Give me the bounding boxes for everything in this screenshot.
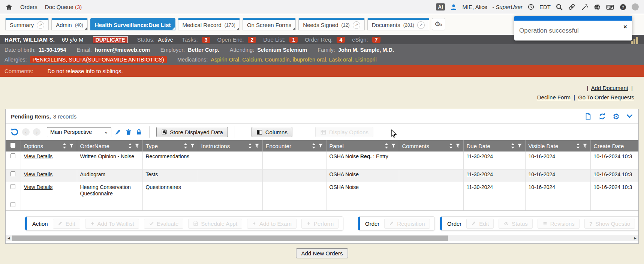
column-header-encounter[interactable]: Encounter: [262, 140, 326, 152]
sort-icon[interactable]: [184, 143, 187, 148]
add-document-link[interactable]: Add Document: [591, 85, 628, 91]
filter-icon[interactable]: [583, 144, 587, 148]
column-header-type[interactable]: Type: [142, 140, 198, 152]
sort-icon[interactable]: [385, 143, 388, 148]
home-icon[interactable]: [5, 3, 13, 11]
keyboard-icon[interactable]: [606, 3, 614, 11]
undo-icon[interactable]: [10, 128, 19, 136]
scrollbar-thumb[interactable]: [12, 236, 448, 241]
medications-list[interactable]: Aspirin Oral, Calcium, Coumadin, ibuprof…: [211, 57, 376, 63]
cell-type: Recommendations: [142, 152, 198, 169]
sort-icon[interactable]: [312, 143, 316, 148]
filter-icon[interactable]: [391, 144, 396, 148]
sort-icon[interactable]: [449, 143, 453, 148]
breadcrumb-orders[interactable]: Orders: [20, 4, 37, 10]
help-icon[interactable]: ?: [619, 3, 627, 11]
previous-perspective-icon[interactable]: ‹: [22, 128, 30, 136]
row-checkbox[interactable]: [10, 184, 15, 189]
search-icon[interactable]: [556, 3, 563, 11]
row-checkbox[interactable]: [10, 202, 15, 207]
tab-on-screen-forms[interactable]: On Screen Forms: [243, 18, 296, 30]
order-req-badge[interactable]: 4: [337, 37, 345, 43]
filter-icon[interactable]: [190, 144, 195, 148]
filter-icon[interactable]: [318, 144, 323, 148]
panel-header: Pending Items, 3 records ⚙: [6, 109, 638, 124]
store-displayed-data-button[interactable]: Store Displayed Data: [156, 127, 228, 137]
view-details-link[interactable]: View Details: [24, 153, 53, 159]
user-icon: [450, 3, 457, 11]
patient-attending: Selenium Selenium: [257, 47, 307, 53]
columns-button[interactable]: Columns: [252, 127, 292, 137]
scroll-left-arrow[interactable]: ◀: [6, 235, 12, 241]
column-header-create-date[interactable]: Create Date: [590, 140, 638, 152]
refresh-icon[interactable]: [598, 112, 606, 120]
due-list-badge[interactable]: 1: [289, 37, 298, 43]
tab-needs-signed[interactable]: Needs Signed (12) ↗: [298, 18, 364, 30]
row-checkbox[interactable]: [10, 171, 15, 176]
tab-medical-record[interactable]: Medical Record (173): [178, 18, 240, 30]
gear-icon[interactable]: ⚙: [613, 112, 620, 120]
external-link-icon[interactable]: ↗: [353, 21, 360, 29]
filter-icon[interactable]: [255, 144, 259, 148]
avatar[interactable]: [632, 3, 639, 10]
tasks-badge[interactable]: 3: [202, 37, 210, 43]
globe-icon[interactable]: [593, 3, 601, 11]
horizontal-scrollbar[interactable]: ◀ ▶: [6, 235, 638, 241]
esign-badge[interactable]: 7: [372, 37, 380, 43]
column-header-panel[interactable]: Panel: [326, 140, 399, 152]
go-to-order-requests-link[interactable]: Go To Order Requests: [578, 94, 634, 100]
chevron-down-icon[interactable]: [626, 113, 633, 119]
column-header-due-date[interactable]: Due Date: [463, 140, 525, 152]
column-header-ordername[interactable]: OrderName: [77, 140, 142, 152]
external-link-icon[interactable]: ↗: [417, 21, 425, 29]
link-icon[interactable]: [568, 3, 576, 11]
sort-icon[interactable]: [576, 143, 580, 148]
row-checkbox[interactable]: [10, 153, 15, 158]
breadcrumb-doc-queue[interactable]: Doc Queue (3): [45, 4, 82, 10]
edit-perspective-icon[interactable]: [115, 129, 122, 136]
view-details-link[interactable]: View Details: [24, 184, 53, 190]
view-details-link[interactable]: View Details: [24, 171, 53, 177]
duplicate-flag[interactable]: DUPLICATE: [93, 36, 128, 43]
select-all-header[interactable]: [6, 140, 21, 152]
column-header-options[interactable]: Options: [21, 140, 77, 152]
filter-icon[interactable]: [455, 144, 460, 148]
sort-icon[interactable]: [511, 143, 515, 148]
cell-create-date: 10-16-2024 10:3: [590, 169, 638, 182]
tab-admin[interactable]: Admin (40): [51, 18, 88, 30]
close-icon[interactable]: ×: [623, 24, 627, 30]
delete-perspective-icon[interactable]: [125, 129, 132, 136]
sort-icon[interactable]: [63, 143, 66, 148]
tab-documents[interactable]: Documents (281) ↗: [367, 18, 429, 30]
open-enc-badge[interactable]: 2: [248, 37, 256, 43]
column-header-visible-date[interactable]: Visible Date: [525, 140, 590, 152]
wand-icon[interactable]: [581, 3, 589, 11]
column-header-instructions[interactable]: Instructions: [198, 140, 262, 152]
tab-settings-button[interactable]: ⚙⚙: [432, 18, 445, 30]
allergies-alert[interactable]: PENICILLINS, SULFA(SULFONAMIDE ANTIBIOTI…: [30, 56, 167, 63]
external-link-icon[interactable]: ↗: [37, 21, 44, 29]
scroll-right-arrow[interactable]: ▶: [632, 235, 638, 241]
decline-form-link[interactable]: Decline Form: [537, 94, 571, 100]
cell-create-date: 10-16-2024 10:3: [590, 182, 638, 200]
lock-icon[interactable]: [135, 129, 142, 136]
user-name[interactable]: MIE, Alice: [462, 4, 487, 10]
filter-icon[interactable]: [69, 144, 74, 148]
next-perspective-icon[interactable]: ›: [33, 128, 40, 136]
perspective-select[interactable]: Main Perspective ⌄: [47, 127, 111, 137]
tab-summary[interactable]: Summary ↗: [5, 18, 49, 30]
new-document-icon[interactable]: [584, 112, 592, 120]
cell-order-name: Hearing Conservation Questionnaire: [77, 182, 142, 200]
column-header-comments[interactable]: Comments: [399, 140, 463, 152]
tab-health-surveillance-due-list[interactable]: Health Surveillance:Due List: [90, 18, 175, 30]
sort-icon[interactable]: [248, 143, 252, 148]
table-row: View Details Audiogram Tests OSHA Noise …: [6, 169, 638, 182]
tab-dropdown-fold: [293, 27, 295, 30]
select-all-checkbox[interactable]: [10, 143, 15, 148]
filter-icon[interactable]: [517, 144, 522, 148]
sort-icon[interactable]: [128, 143, 132, 148]
ai-badge[interactable]: AI: [436, 3, 445, 10]
filter-icon[interactable]: [135, 144, 139, 148]
add-new-orders-button[interactable]: Add New Orders: [296, 248, 348, 258]
clock-icon[interactable]: [527, 3, 535, 10]
